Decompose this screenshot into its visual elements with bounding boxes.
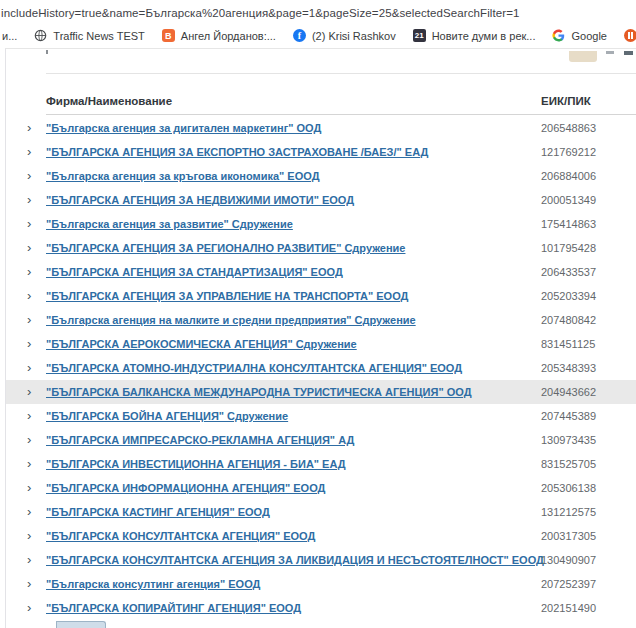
table-row[interactable]: › "БЪЛГАРСКА ИМПРЕСАРСКО-РЕКЛАМНА АГЕНЦИ…: [6, 428, 636, 452]
expand-chevron-icon[interactable]: ›: [27, 121, 31, 134]
page-content: Фирма/Наименование ЕИК/ПИК › "Българска …: [5, 48, 636, 628]
expand-chevron-icon[interactable]: ›: [27, 481, 31, 494]
bookmark-item[interactable]: Traffic News TEST: [34, 29, 144, 42]
bookmark-item[interactable]: и...: [2, 30, 17, 42]
eik-value: 200051349: [541, 194, 596, 206]
expand-chevron-icon[interactable]: ›: [27, 505, 31, 518]
eik-value: 831451125: [541, 338, 595, 350]
column-header-name: Фирма/Наименование: [46, 95, 172, 107]
eik-value: 206884006: [541, 170, 596, 182]
expand-chevron-icon[interactable]: ›: [27, 409, 31, 422]
company-name-link[interactable]: "Българска агенция за развитие" Сдружени…: [46, 218, 293, 230]
expand-chevron-icon[interactable]: ›: [27, 313, 31, 326]
facebook-icon: f: [293, 29, 306, 42]
expand-chevron-icon[interactable]: ›: [27, 433, 31, 446]
table-row[interactable]: › "БЪЛГАРСКА АГЕНЦИЯ ЗА ЕКСПОРТНО ЗАСТРА…: [6, 140, 636, 164]
company-name-link[interactable]: "БЪЛГАРСКА АГЕНЦИЯ ЗА РЕГИОНАЛНО РАЗВИТИ…: [46, 242, 405, 254]
company-name-link[interactable]: "Българска агенция за дигитален маркетин…: [46, 122, 321, 134]
table-row[interactable]: › "БЪЛГАРСКА КОПИРАЙТИНГ АГЕНЦИЯ" ЕООД 2…: [6, 596, 636, 620]
table-row[interactable]: › "БЪЛГАРСКА АГЕНЦИЯ ЗА РЕГИОНАЛНО РАЗВИ…: [6, 236, 636, 260]
company-table-body: › "Българска агенция за дигитален маркет…: [6, 116, 636, 620]
partial-toolbar-button[interactable]: [569, 51, 597, 62]
table-row[interactable]: › "Българска агенция на малките и средни…: [6, 308, 636, 332]
table-row[interactable]: › "Българска агенция за дигитален маркет…: [6, 116, 636, 140]
expand-chevron-icon[interactable]: ›: [27, 553, 31, 566]
bookmark-item[interactable]: f (2) Krisi Rashkov: [293, 29, 396, 42]
expand-chevron-icon[interactable]: ›: [27, 289, 31, 302]
company-name-link[interactable]: "БЪЛГАРСКА КОПИРАЙТИНГ АГЕНЦИЯ" ЕООД: [46, 602, 301, 614]
cursor-mark: [46, 50, 48, 54]
bookmark-label: Traffic News TEST: [53, 30, 144, 42]
company-name-link[interactable]: "БЪЛГАРСКА БАЛКАНСКА МЕЖДУНАРОДНА ТУРИСТ…: [46, 386, 471, 398]
eik-value: 130973435: [541, 434, 596, 446]
expand-chevron-icon[interactable]: ›: [27, 169, 31, 182]
bookmark-item[interactable]: Google: [552, 29, 606, 42]
table-row[interactable]: › "БЪЛГАРСКА БАЛКАНСКА МЕЖДУНАРОДНА ТУРИ…: [6, 380, 636, 404]
eik-value: 207480842: [541, 314, 596, 326]
table-row[interactable]: › "БЪЛГАРСКА АТОМНО-ИНДУСТРИАЛНА КОНСУЛТ…: [6, 356, 636, 380]
mail-icon: [624, 29, 636, 42]
company-name-link[interactable]: "Българска консултинг агенция" ЕООД: [46, 578, 260, 590]
expand-chevron-icon[interactable]: ›: [27, 193, 31, 206]
company-name-link[interactable]: "Българска агенция на малките и средни п…: [46, 314, 416, 326]
table-row[interactable]: › "БЪЛГАРСКА КАСТИНГ АГЕНЦИЯ" ЕООД 13121…: [6, 500, 636, 524]
bookmark-label: Ангел Йорданов:...: [181, 30, 276, 42]
globe-icon: [34, 29, 47, 42]
eik-value: 202151490: [541, 602, 596, 614]
company-name-link[interactable]: "БЪЛГАРСКА КОНСУЛТАНТСКА АГЕНЦИЯ" ЕООД: [46, 530, 315, 542]
expand-chevron-icon[interactable]: ›: [27, 241, 31, 254]
table-row[interactable]: › "Българска консултинг агенция" ЕООД 20…: [6, 572, 636, 596]
expand-chevron-icon[interactable]: ›: [27, 385, 31, 398]
eik-value: 131212575: [541, 506, 596, 518]
bookmark-item[interactable]: 21 Новите думи в рек...: [413, 29, 536, 42]
expand-chevron-icon[interactable]: ›: [27, 529, 31, 542]
table-row[interactable]: › "БЪЛГАРСКА АГЕНЦИЯ ЗА УПРАВЛЕНИЕ НА ТР…: [6, 284, 636, 308]
table-row[interactable]: › "БЪЛГАРСКА АЕРОКОСМИЧЕСКА АГЕНЦИЯ" Сдр…: [6, 332, 636, 356]
company-name-link[interactable]: "БЪЛГАРСКА ИНВЕСТИЦИОННА АГЕНЦИЯ - БИА" …: [46, 458, 346, 470]
table-row[interactable]: › "БЪЛГАРСКА КОНСУЛТАНТСКА АГЕНЦИЯ ЗА ЛИ…: [6, 548, 636, 572]
company-name-link[interactable]: "БЪЛГАРСКА ИМПРЕСАРСКО-РЕКЛАМНА АГЕНЦИЯ"…: [46, 434, 354, 446]
company-name-link[interactable]: "БЪЛГАРСКА АТОМНО-ИНДУСТРИАЛНА КОНСУЛТАН…: [46, 362, 462, 374]
table-row[interactable]: › "БЪЛГАРСКА КОНСУЛТАНТСКА АГЕНЦИЯ" ЕООД…: [6, 524, 636, 548]
expand-chevron-icon[interactable]: ›: [27, 337, 31, 350]
table-row[interactable]: › "БЪЛГАРСКА АГЕНЦИЯ ЗА НЕДВИЖИМИ ИМОТИ"…: [6, 188, 636, 212]
bookmark-item[interactable]: B Ангел Йорданов:...: [162, 29, 276, 42]
company-name-link[interactable]: "БЪЛГАРСКА АГЕНЦИЯ ЗА СТАНДАРТИЗАЦИЯ" ЕО…: [46, 266, 343, 278]
expand-chevron-icon[interactable]: ›: [27, 265, 31, 278]
company-name-link[interactable]: "Българска агенция за кръгова икономика"…: [46, 170, 320, 182]
expand-chevron-icon[interactable]: ›: [27, 217, 31, 230]
company-name-link[interactable]: "БЪЛГАРСКА АГЕНЦИЯ ЗА ЕКСПОРТНО ЗАСТРАХО…: [46, 146, 428, 158]
company-name-link[interactable]: "БЪЛГАРСКА ИНФОРМАЦИОННА АГЕНЦИЯ" ЕООД: [46, 482, 325, 494]
browser-address-bar[interactable]: includeHistory=true&name=Българска%20аге…: [0, 0, 636, 26]
eik-value: 121769212: [541, 146, 596, 158]
expand-chevron-icon[interactable]: ›: [27, 577, 31, 590]
table-row[interactable]: › "БЪЛГАРСКА ИНВЕСТИЦИОННА АГЕНЦИЯ - БИА…: [6, 452, 636, 476]
eik-value: 206548863: [541, 122, 596, 134]
company-name-link[interactable]: "БЪЛГАРСКА КОНСУЛТАНТСКА АГЕНЦИЯ ЗА ЛИКВ…: [46, 554, 544, 566]
expand-chevron-icon[interactable]: ›: [27, 601, 31, 614]
company-name-link[interactable]: "БЪЛГАРСКА КАСТИНГ АГЕНЦИЯ" ЕООД: [46, 506, 270, 518]
bookmarks-bar: и... Traffic News TEST B Ангел Йорданов:…: [0, 26, 636, 48]
expand-chevron-icon[interactable]: ›: [27, 145, 31, 158]
google-icon: [552, 29, 565, 42]
bookmark-item[interactable]: redaktor mail: [624, 29, 636, 42]
table-row[interactable]: › "БЪЛГАРСКА ИНФОРМАЦИОННА АГЕНЦИЯ" ЕООД…: [6, 476, 636, 500]
table-row[interactable]: › "БЪЛГАРСКА АГЕНЦИЯ ЗА СТАНДАРТИЗАЦИЯ" …: [6, 260, 636, 284]
eik-value: 204943662: [541, 386, 596, 398]
table-row[interactable]: › "БЪЛГАРСКА БОЙНА АГЕНЦИЯ" Сдружение 20…: [6, 404, 636, 428]
company-name-link[interactable]: "БЪЛГАРСКА АГЕНЦИЯ ЗА УПРАВЛЕНИЕ НА ТРАН…: [46, 290, 408, 302]
table-row[interactable]: › "Българска агенция за развитие" Сдруже…: [6, 212, 636, 236]
bookmark-label: Google: [571, 30, 606, 42]
company-name-link[interactable]: "БЪЛГАРСКА АЕРОКОСМИЧЕСКА АГЕНЦИЯ" Сдруж…: [46, 338, 357, 350]
partial-ui-mark: [606, 51, 614, 54]
z-news-icon: 21: [413, 29, 426, 42]
partial-ui-mark: [624, 51, 633, 55]
eik-value: 200317305: [541, 530, 596, 542]
company-name-link[interactable]: "БЪЛГАРСКА АГЕНЦИЯ ЗА НЕДВИЖИМИ ИМОТИ" Е…: [46, 194, 354, 206]
expand-chevron-icon[interactable]: ›: [27, 361, 31, 374]
eik-value: 205203394: [541, 290, 596, 302]
expand-chevron-icon[interactable]: ›: [27, 457, 31, 470]
eik-value: 205306138: [541, 482, 596, 494]
table-row[interactable]: › "Българска агенция за кръгова икономик…: [6, 164, 636, 188]
company-name-link[interactable]: "БЪЛГАРСКА БОЙНА АГЕНЦИЯ" Сдружение: [46, 410, 288, 422]
